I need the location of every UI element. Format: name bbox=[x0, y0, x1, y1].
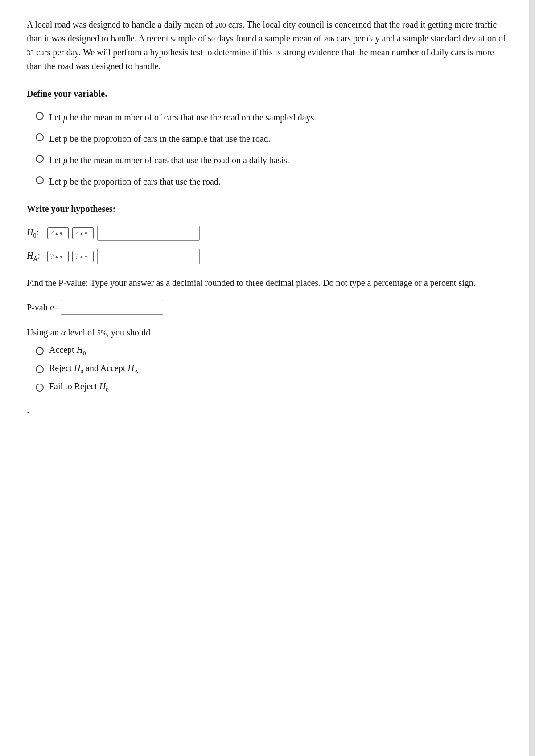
sample-mean-num: 206 bbox=[324, 35, 334, 43]
ha-input[interactable] bbox=[97, 249, 200, 264]
h0-row: H0: ? ▲▼ ? ▲▼ bbox=[27, 226, 508, 241]
conclusion-reject-h0-text: Reject H0 and Accept HA bbox=[49, 363, 138, 375]
hypotheses-section: Write your hypotheses: H0: ? ▲▼ ? ▲▼ HA:… bbox=[27, 202, 508, 264]
ha-dropdown2-text: ? bbox=[75, 252, 78, 260]
ha-row: HA: ? ▲▼ ? ▲▼ bbox=[27, 249, 508, 264]
variable-option-2[interactable]: Let p be the proprotion of cars in the s… bbox=[36, 132, 508, 145]
h0-first-dropdown[interactable]: ? ▲▼ bbox=[47, 227, 69, 239]
hypotheses-label: Write your hypotheses: bbox=[27, 202, 508, 215]
p-value-input[interactable] bbox=[61, 300, 163, 315]
h0-dropdown1-arrow: ▲▼ bbox=[54, 231, 63, 236]
bottom-dot: . bbox=[27, 404, 508, 416]
conclusion-reject-h0[interactable]: Reject H0 and Accept HA bbox=[36, 363, 508, 375]
alpha-instruction: Using an α level of 5%, you should bbox=[27, 327, 508, 338]
conclusion-radio-2[interactable] bbox=[36, 365, 44, 373]
variable-option-2-text: Let p be the proprotion of cars in the s… bbox=[49, 132, 508, 145]
p-value-label: P-value= bbox=[27, 302, 59, 313]
radio-circle-1[interactable] bbox=[36, 112, 44, 120]
variable-option-4[interactable]: Let p be the proportion of cars that use… bbox=[36, 175, 508, 188]
conclusion-radio-1[interactable] bbox=[36, 347, 44, 355]
mean-design-num: 200 bbox=[215, 21, 226, 29]
alpha-symbol: α bbox=[61, 327, 66, 337]
alpha-level: 5% bbox=[97, 329, 107, 337]
ha-dropdown1-arrow: ▲▼ bbox=[54, 254, 63, 259]
ha-dropdown2-arrow: ▲▼ bbox=[79, 254, 88, 259]
h0-dropdown2-arrow: ▲▼ bbox=[79, 231, 88, 236]
variable-option-3[interactable]: Let μ be the mean number of cars that us… bbox=[36, 153, 508, 167]
conclusion-radio-3[interactable] bbox=[36, 384, 44, 392]
define-variable-options: Let μ be the mean number of of cars that… bbox=[27, 111, 508, 188]
p-value-section: Find the P-value: Type your answer as a … bbox=[27, 277, 508, 315]
conclusion-section: Using an α level of 5%, you should Accep… bbox=[27, 327, 508, 393]
variable-option-1-text: Let μ be the mean number of of cars that… bbox=[49, 111, 508, 124]
conclusion-accept-h0[interactable]: Accept H0 bbox=[36, 345, 508, 357]
conclusion-fail-reject-text: Fail to Reject H0 bbox=[49, 381, 109, 393]
variable-option-4-text: Let p be the proportion of cars that use… bbox=[49, 175, 508, 188]
ha-first-dropdown[interactable]: ? ▲▼ bbox=[47, 251, 69, 262]
conclusion-options: Accept H0 Reject H0 and Accept HA Fail t… bbox=[27, 345, 508, 393]
variable-option-3-text: Let μ be the mean number of cars that us… bbox=[49, 153, 508, 167]
radio-circle-4[interactable] bbox=[36, 176, 44, 184]
std-dev-num: 33 bbox=[27, 49, 34, 57]
h0-input[interactable] bbox=[97, 226, 200, 241]
p-value-instruction: Find the P-value: Type your answer as a … bbox=[27, 277, 508, 289]
conclusion-accept-h0-text: Accept H0 bbox=[49, 345, 86, 357]
define-variable-label: Define your variable. bbox=[27, 87, 508, 100]
ha-label: HA: bbox=[27, 251, 44, 263]
scrollbar-thumb[interactable] bbox=[529, 0, 535, 54]
conclusion-fail-reject[interactable]: Fail to Reject H0 bbox=[36, 381, 508, 393]
h0-label: H0: bbox=[27, 227, 44, 240]
p-value-row: P-value= bbox=[27, 300, 508, 315]
sample-size-num: 50 bbox=[208, 35, 215, 43]
radio-circle-2[interactable] bbox=[36, 133, 44, 141]
h0-dropdown1-text: ? bbox=[50, 229, 54, 237]
intro-paragraph: A local road was designed to handle a da… bbox=[27, 18, 508, 73]
radio-circle-3[interactable] bbox=[36, 155, 44, 163]
variable-option-1[interactable]: Let μ be the mean number of of cars that… bbox=[36, 111, 508, 124]
ha-dropdown1-text: ? bbox=[50, 252, 54, 260]
h0-dropdown2-text: ? bbox=[75, 229, 78, 237]
ha-second-dropdown[interactable]: ? ▲▼ bbox=[72, 251, 94, 262]
h0-second-dropdown[interactable]: ? ▲▼ bbox=[72, 227, 94, 239]
